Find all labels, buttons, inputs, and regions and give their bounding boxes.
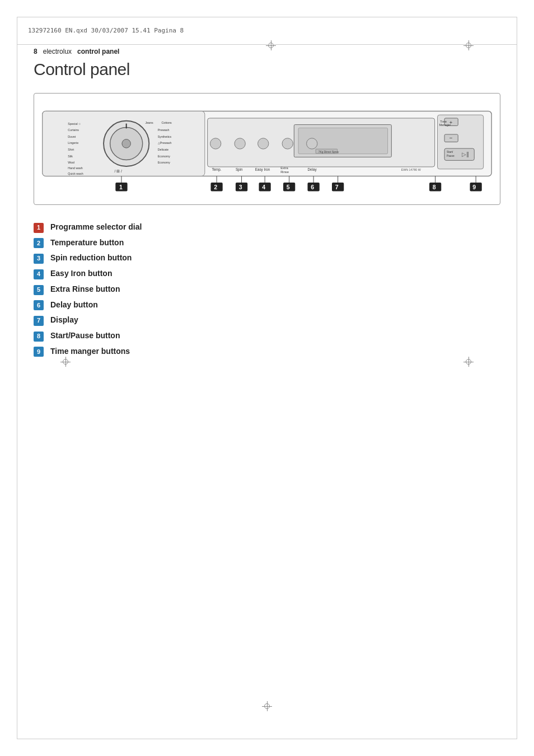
svg-text:△Prewash: △Prewash bbox=[158, 141, 172, 144]
svg-text:4: 4 bbox=[262, 184, 265, 190]
items-list: 1 Programme selector dial 2 Temperature … bbox=[34, 222, 500, 357]
badge-9: 9 bbox=[34, 347, 44, 357]
main-content: 8 electrolux control panel Control panel… bbox=[34, 48, 500, 361]
svg-text:Duvet: Duvet bbox=[68, 135, 76, 138]
control-panel-svg: Special ☆ Curtains Duvet Lingerie Shirt … bbox=[40, 102, 494, 199]
item-1-label: Programme selector dial bbox=[50, 222, 142, 233]
svg-text:Lingerie: Lingerie bbox=[68, 141, 78, 144]
item-8-label: Start/Pause button bbox=[50, 330, 120, 342]
svg-text:Silk: Silk bbox=[68, 155, 73, 158]
section-label: control panel bbox=[77, 48, 119, 55]
svg-text:7Kg Direct Spray: 7Kg Direct Spray bbox=[318, 151, 339, 153]
badge-6: 6 bbox=[34, 300, 44, 310]
list-item: 4 Easy Iron button bbox=[34, 268, 500, 279]
reg-mark-bottom bbox=[262, 701, 272, 711]
list-item: 7 Display bbox=[34, 315, 500, 326]
svg-point-4 bbox=[122, 139, 130, 148]
brand-name: electrolux bbox=[43, 48, 72, 55]
item-5-label: Extra Rinse button bbox=[50, 284, 120, 295]
svg-text:1: 1 bbox=[119, 184, 123, 190]
item-4-label: Easy Iron button bbox=[50, 268, 112, 279]
svg-text:Delicate: Delicate bbox=[158, 148, 168, 151]
list-item: 6 Delay button bbox=[34, 300, 500, 311]
badge-1: 1 bbox=[34, 223, 44, 233]
list-item: 9 Time manger buttons bbox=[34, 346, 500, 357]
svg-text:Economy: Economy bbox=[158, 155, 170, 158]
svg-text:5: 5 bbox=[287, 184, 290, 190]
svg-text:Rinse: Rinse bbox=[280, 170, 289, 174]
svg-text:Economy: Economy bbox=[158, 161, 170, 164]
badge-7: 7 bbox=[34, 316, 44, 326]
svg-text:Start/: Start/ bbox=[447, 151, 453, 153]
svg-text:−: − bbox=[449, 135, 453, 141]
svg-text:Delay: Delay bbox=[308, 167, 317, 172]
svg-point-39 bbox=[307, 138, 317, 149]
item-9-label: Time manger buttons bbox=[50, 346, 130, 357]
svg-text:Temp.: Temp. bbox=[212, 167, 221, 172]
list-item: 2 Temperature button bbox=[34, 237, 500, 249]
svg-text:Special ☆: Special ☆ bbox=[68, 122, 81, 125]
svg-text:/ ⊞ /: / ⊞ / bbox=[114, 169, 122, 173]
page-number: 8 bbox=[34, 48, 38, 55]
page-label: 8 electrolux control panel bbox=[34, 48, 500, 55]
svg-point-35 bbox=[210, 138, 221, 149]
svg-text:Synthetics: Synthetics bbox=[158, 135, 172, 138]
item-3-label: Spin reduction button bbox=[50, 253, 132, 264]
svg-text:Manager: Manager bbox=[439, 123, 451, 127]
svg-text:Curtains: Curtains bbox=[68, 128, 79, 132]
svg-text:8: 8 bbox=[433, 184, 436, 190]
svg-text:Easy Iron: Easy Iron bbox=[255, 167, 270, 172]
item-7-label: Display bbox=[50, 315, 78, 326]
badge-4: 4 bbox=[34, 269, 44, 279]
svg-text:9: 9 bbox=[472, 184, 476, 190]
badge-3: 3 bbox=[34, 254, 44, 264]
svg-point-36 bbox=[235, 138, 245, 149]
section-title: Control panel bbox=[34, 60, 500, 79]
svg-text:Shirt: Shirt bbox=[68, 148, 74, 151]
svg-text:▷‖: ▷‖ bbox=[462, 151, 469, 157]
svg-text:Jeans: Jeans bbox=[146, 121, 153, 124]
badge-5: 5 bbox=[34, 285, 44, 295]
badge-2: 2 bbox=[34, 238, 44, 248]
svg-text:3: 3 bbox=[239, 184, 242, 190]
svg-text:7: 7 bbox=[335, 184, 339, 190]
header-text: 132972160 EN.qxd 30/03/2007 15.41 Pagina… bbox=[28, 27, 184, 34]
svg-text:Prewash: Prewash bbox=[158, 128, 170, 132]
svg-text:Spin: Spin bbox=[236, 167, 243, 172]
svg-point-38 bbox=[282, 138, 293, 149]
svg-text:2: 2 bbox=[214, 184, 217, 190]
machine-diagram: Special ☆ Curtains Duvet Lingerie Shirt … bbox=[34, 93, 500, 205]
svg-text:Quick wash: Quick wash bbox=[68, 172, 83, 175]
list-item: 1 Programme selector dial bbox=[34, 222, 500, 233]
svg-text:Hand wash: Hand wash bbox=[68, 166, 83, 170]
svg-text:EWN 14780 W: EWN 14780 W bbox=[401, 168, 421, 171]
item-2-label: Temperature button bbox=[50, 237, 124, 249]
svg-text:6: 6 bbox=[311, 184, 314, 190]
list-item: 5 Extra Rinse button bbox=[34, 284, 500, 295]
badge-8: 8 bbox=[34, 332, 44, 342]
page-header: 132972160 EN.qxd 30/03/2007 15.41 Pagina… bbox=[17, 17, 517, 45]
svg-point-37 bbox=[258, 138, 269, 149]
item-6-label: Delay button bbox=[50, 300, 98, 311]
svg-text:Extra: Extra bbox=[280, 166, 288, 170]
list-item: 8 Start/Pause button bbox=[34, 330, 500, 342]
svg-text:Wool: Wool bbox=[68, 161, 74, 164]
list-item: 3 Spin reduction button bbox=[34, 253, 500, 264]
svg-text:Pause: Pause bbox=[447, 155, 455, 157]
svg-text:Cottons: Cottons bbox=[162, 121, 172, 124]
